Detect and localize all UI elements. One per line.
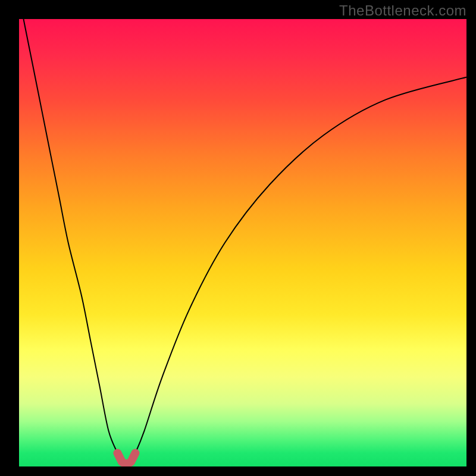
optimal-marker-path [117, 453, 135, 464]
curve-overlay [19, 19, 466, 466]
watermark-text: TheBottleneck.com [339, 2, 466, 19]
bottleneck-curve-path [24, 19, 467, 464]
chart-area [19, 19, 466, 466]
